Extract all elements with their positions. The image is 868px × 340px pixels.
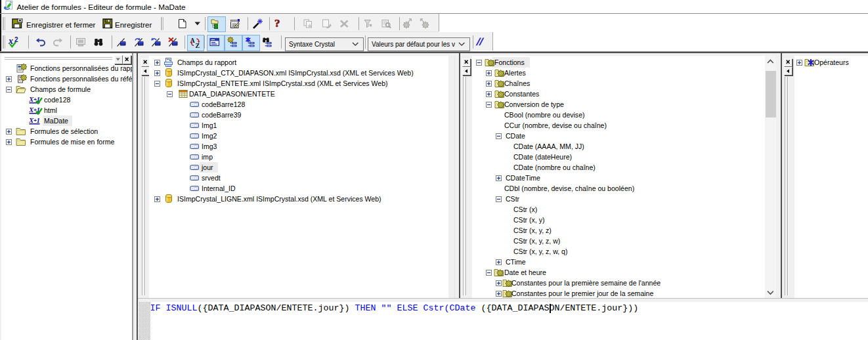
- svg-text:1: 1: [37, 116, 41, 124]
- svg-text:Z: Z: [196, 42, 200, 49]
